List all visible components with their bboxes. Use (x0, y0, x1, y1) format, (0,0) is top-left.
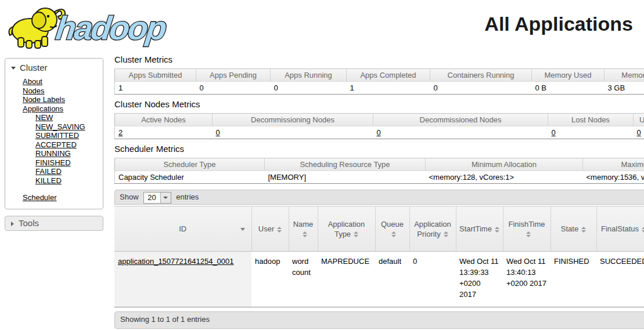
apps-completed-value: 1 (347, 82, 430, 95)
application-id-link[interactable]: application_1507721641254_0001 (118, 257, 234, 266)
decommissioned-nodes-value: 0 (373, 126, 548, 139)
col-state[interactable]: State (551, 206, 596, 252)
nav-item-about: About (23, 77, 103, 86)
sort-icon (354, 231, 358, 237)
state-new-link[interactable]: NEW (35, 113, 53, 122)
state-new-saving-link[interactable]: NEW_SAVING (35, 122, 85, 131)
state-submitted-link[interactable]: SUBMITTED (35, 131, 79, 140)
col-queue[interactable]: Queue (375, 206, 409, 252)
state-finished-link[interactable]: FINISHED (35, 158, 71, 167)
col-id[interactable]: ID (114, 206, 251, 252)
col-lost-nodes: Lost Nodes (548, 114, 634, 126)
select-button (160, 193, 171, 203)
col-name-label: Name (293, 220, 314, 229)
col-containers-running: Containers Running (430, 69, 532, 82)
sort-icon (277, 227, 282, 233)
applications-link[interactable]: Applications (23, 104, 63, 113)
sort-asc-icon (240, 228, 245, 231)
col-active-nodes: Active Nodes (115, 114, 213, 126)
col-unhealthy-nodes: Unhealthy Nodes (634, 114, 644, 126)
col-starttime-label: StartTime (459, 224, 492, 233)
app-finalstatus-cell: SUCCEEDED (596, 252, 644, 307)
col-user[interactable]: User (251, 206, 289, 252)
state-failed-link[interactable]: FAILED (35, 167, 62, 176)
unhealthy-nodes-link[interactable]: 0 (637, 128, 641, 137)
nodes-link[interactable]: Nodes (23, 86, 45, 95)
col-name[interactable]: Name (289, 206, 318, 252)
hadoop-logo: hadoop (3, 2, 184, 51)
cluster-nav-header[interactable]: Cluster (5, 61, 103, 77)
nav-item-applications: Applications NEW NEW_SAVING SUBMITTED AC… (23, 104, 103, 186)
col-apps-running: Apps Running (271, 69, 347, 82)
col-id-label: ID (179, 224, 186, 233)
scheduler-link[interactable]: Scheduler (23, 193, 57, 202)
nav-item-state: ACCEPTED (35, 140, 103, 150)
apps-running-value: 0 (271, 82, 347, 95)
apps-submitted-value: 1 (115, 82, 196, 95)
decommissioning-nodes-value: 0 (213, 126, 373, 139)
maximum-allocation-value: <memory:1536, vCores:4> (583, 171, 644, 184)
tools-nav-header[interactable]: Tools (5, 216, 103, 231)
col-starttime[interactable]: StartTime (456, 206, 503, 252)
chevron-down-icon (163, 197, 168, 199)
state-running-link[interactable]: RUNNING (35, 149, 71, 158)
app-type-cell: MAPREDUCE (318, 252, 375, 307)
col-scheduler-type: Scheduler Type (115, 158, 265, 171)
page-size-select[interactable]: 20 (143, 192, 171, 204)
application-row: application_1507721641254_0001 hadoop wo… (114, 252, 644, 307)
memory-used-value: 0 B (532, 82, 605, 95)
table-info-bar: Showing 1 to 1 of 1 entries (114, 311, 644, 329)
col-apps-pending: Apps Pending (196, 69, 271, 82)
app-finishtime-cell: Wed Oct 11 13:40:13 +0200 2017 (503, 252, 551, 307)
nav-item-node-labels: Node Labels (23, 95, 103, 104)
main-content: Cluster Metrics Apps Submitted Apps Pend… (114, 52, 644, 330)
hadoop-wordmark: hadoop (54, 9, 169, 46)
active-nodes-link[interactable]: 2 (118, 128, 123, 137)
applications-table: ID User Name Application Type Queue Appl… (114, 206, 644, 307)
cluster-nodes-metrics-table: Active Nodes Decommissioning Nodes Decom… (114, 113, 644, 139)
state-killed-link[interactable]: KILLED (35, 176, 62, 185)
nodes-metrics-value-row: 2 0 0 0 0 (115, 126, 644, 139)
unhealthy-nodes-value: 0 (634, 126, 644, 139)
col-finalstatus-label: FinalStatus (601, 224, 639, 233)
cluster-nav-label: Cluster (20, 63, 48, 72)
col-application-type[interactable]: Application Type (318, 206, 375, 252)
cluster-links: About Nodes Node Labels Applications NEW… (5, 77, 103, 185)
applications-header-row: ID User Name Application Type Queue Appl… (114, 206, 644, 252)
col-application-priority[interactable]: Application Priority (409, 206, 456, 252)
app-starttime-cell: Wed Oct 11 13:39:33 +0200 2017 (456, 252, 503, 307)
col-scheduling-resource-type: Scheduling Resource Type (265, 158, 426, 171)
cluster-metrics-value-row: 1 0 0 1 0 0 B 3 GB (115, 82, 644, 95)
col-finishtime[interactable]: FinishTime (503, 206, 551, 252)
scheduler-metrics-title: Scheduler Metrics (114, 144, 644, 154)
nav-item-state: SUBMITTED (35, 131, 103, 140)
col-maximum-allocation: Maximum Allocation (583, 158, 644, 171)
sort-icon (495, 227, 499, 233)
node-labels-link[interactable]: Node Labels (23, 95, 65, 104)
decommissioning-nodes-link[interactable]: 0 (216, 128, 220, 137)
lost-nodes-link[interactable]: 0 (552, 128, 556, 137)
col-finalstatus[interactable]: FinalStatus (596, 206, 644, 252)
app-name-cell: word count (289, 252, 318, 307)
col-memory-total: Memory Total (605, 69, 644, 82)
expand-arrow-icon (11, 222, 14, 226)
sort-icon (526, 231, 531, 237)
cluster-nav-box: Cluster About Nodes Node Labels Applicat… (5, 58, 103, 209)
nav-item-nodes: Nodes (23, 86, 103, 96)
active-nodes-value: 2 (115, 126, 213, 139)
memory-total-value: 3 GB (605, 82, 644, 95)
apps-pending-value: 0 (196, 82, 271, 95)
tools-nav-label: Tools (19, 218, 39, 228)
state-accepted-link[interactable]: ACCEPTED (35, 140, 77, 149)
col-queue-label: Queue (381, 220, 404, 229)
containers-running-value: 0 (430, 82, 532, 95)
collapse-arrow-icon (11, 67, 16, 70)
scheduler-metrics-header-row: Scheduler Type Scheduling Resource Type … (115, 158, 644, 171)
nav-item-state: NEW (35, 113, 103, 122)
scheduler-metrics-table: Scheduler Type Scheduling Resource Type … (114, 158, 644, 184)
decommissioned-nodes-link[interactable]: 0 (377, 128, 381, 137)
sort-icon (444, 231, 448, 237)
about-link[interactable]: About (23, 77, 42, 86)
app-state-links: NEW NEW_SAVING SUBMITTED ACCEPTED RUNNIN… (23, 113, 103, 185)
col-minimum-allocation: Minimum Allocation (426, 158, 583, 171)
